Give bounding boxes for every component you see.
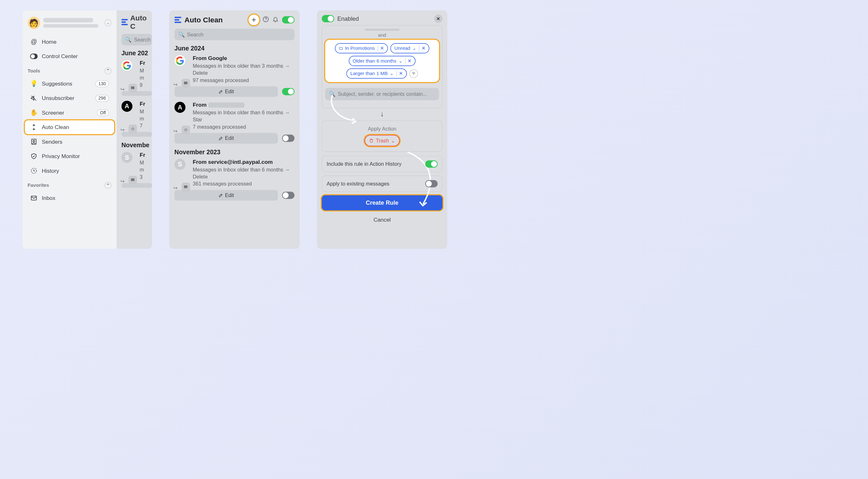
sender-avatar: A bbox=[175, 102, 186, 113]
reply-arrow-icon: ↪ bbox=[120, 127, 125, 133]
rule-title: From Google bbox=[193, 55, 294, 62]
brand-icon bbox=[175, 17, 182, 23]
google-avatar bbox=[175, 55, 186, 66]
rule-title: From bbox=[193, 102, 294, 108]
enabled-toggle[interactable] bbox=[322, 15, 334, 22]
chevron-down-icon: ⌄ bbox=[399, 58, 402, 64]
sidebar: 🧑 ⌄ @ Home Control Center Tools ⌃ � bbox=[22, 10, 117, 249]
edit-button[interactable] bbox=[121, 132, 152, 137]
edit-button[interactable]: Edit bbox=[175, 133, 278, 144]
remove-chip-icon[interactable]: ✕ bbox=[405, 58, 412, 64]
rule-toggle[interactable] bbox=[282, 191, 294, 199]
master-toggle[interactable] bbox=[282, 16, 294, 24]
mail-archive-icon: ✉ bbox=[182, 183, 190, 191]
reply-arrow-icon: ↪ bbox=[120, 86, 125, 92]
bell-icon[interactable] bbox=[272, 16, 278, 24]
hand-icon: ✋ bbox=[30, 109, 38, 117]
star-icon: ☆ bbox=[182, 125, 190, 134]
favorites-header[interactable]: Favorites ⌃ bbox=[22, 179, 117, 191]
shield-icon bbox=[30, 152, 38, 160]
rule-toggle[interactable] bbox=[282, 135, 294, 142]
nav-suggestions[interactable]: 💡 Suggestions 130 bbox=[25, 77, 114, 90]
google-avatar bbox=[121, 60, 132, 71]
at-icon: @ bbox=[30, 38, 38, 46]
apply-existing-row: Apply to existing messages bbox=[322, 176, 442, 192]
svg-point-2 bbox=[33, 140, 34, 142]
brand-icon bbox=[121, 19, 128, 25]
include-history-row: Include this rule in Action History bbox=[322, 156, 442, 172]
add-rule-button[interactable]: + bbox=[249, 14, 259, 25]
rule-description: Messages in Inbox older than 6 months → … bbox=[193, 167, 294, 180]
account-name-redacted bbox=[43, 18, 93, 22]
nav-auto-clean[interactable]: Auto Clean bbox=[25, 120, 114, 134]
rule-description: Messages in Inbox older than 3 months → … bbox=[193, 63, 294, 77]
nav-history[interactable]: History bbox=[25, 164, 114, 178]
edit-button[interactable] bbox=[121, 183, 152, 188]
remove-chip-icon[interactable]: ✕ bbox=[419, 46, 425, 51]
cancel-button[interactable]: Cancel bbox=[322, 214, 442, 226]
nav-senders[interactable]: Senders bbox=[25, 135, 114, 149]
nav-inbox[interactable]: Inbox bbox=[25, 191, 114, 205]
condition-and: and bbox=[325, 33, 439, 38]
mail-archive-icon: ✉ bbox=[182, 79, 190, 87]
action-trash-chip[interactable]: Trash ⌄ bbox=[365, 135, 400, 146]
chevron-up-icon[interactable]: ⌃ bbox=[104, 67, 112, 74]
close-button[interactable]: ✕ bbox=[434, 14, 443, 23]
enabled-label: Enabled bbox=[337, 15, 431, 22]
chip-unread[interactable]: Unread ⌄ ✕ bbox=[390, 43, 429, 53]
search-input[interactable]: 🔍 Search bbox=[175, 29, 294, 40]
rule-card[interactable]: S ↪ ✉ Fr M m 3 bbox=[121, 152, 152, 180]
remove-chip-icon[interactable]: ✕ bbox=[377, 46, 384, 51]
subject-search-input[interactable]: 🔍 Subject, sender, or recipients contain… bbox=[325, 88, 439, 100]
apply-existing-toggle[interactable] bbox=[425, 180, 437, 187]
reply-arrow-icon: ↪ bbox=[173, 128, 178, 134]
edit-button[interactable]: Edit bbox=[175, 190, 278, 201]
rule-stats: 7 messages processed bbox=[193, 124, 294, 130]
sender-avatar: S bbox=[175, 159, 186, 170]
tools-header[interactable]: Tools ⌃ bbox=[22, 64, 117, 76]
chip-larger[interactable]: Larger than 1 MB ⌄ ✕ bbox=[346, 68, 407, 79]
rule-card[interactable]: ↪ ✉ From Google Messages in Inbox older … bbox=[175, 55, 294, 83]
rule-card[interactable]: A ↪ ☆ From Messages in Inbox older than … bbox=[175, 102, 294, 130]
status-badge: Off bbox=[97, 109, 109, 116]
search-icon: 🔍 bbox=[125, 37, 131, 43]
help-icon[interactable] bbox=[262, 16, 269, 24]
lightbulb-icon: 💡 bbox=[30, 80, 38, 88]
nav-label: Auto Clean bbox=[42, 124, 69, 130]
edit-button[interactable]: Edit bbox=[175, 86, 278, 97]
chevron-up-icon[interactable]: ⌃ bbox=[104, 182, 112, 189]
rule-stats: 361 messages processed bbox=[193, 181, 294, 187]
chip-in-promotions[interactable]: In Promotions ✕ bbox=[335, 43, 388, 53]
nav-label: Suggestions bbox=[42, 81, 91, 87]
nav-home[interactable]: @ Home bbox=[25, 35, 114, 49]
rule-card[interactable]: A ↪ ☆ Fr M m 7 bbox=[121, 101, 152, 129]
account-row[interactable]: 🧑 ⌄ bbox=[22, 13, 117, 34]
rule-toggle[interactable] bbox=[282, 88, 294, 95]
mail-archive-icon: ✉ bbox=[129, 84, 137, 92]
create-rule-button[interactable]: Create Rule bbox=[322, 196, 442, 210]
nav-label: Senders bbox=[42, 139, 63, 145]
nav-screener[interactable]: ✋ Screener Off bbox=[25, 106, 114, 119]
edit-button[interactable] bbox=[121, 91, 152, 96]
nav-unsubscriber[interactable]: Unsubscriber 296 bbox=[25, 91, 114, 105]
more-filters-button[interactable] bbox=[409, 69, 418, 78]
sender-redacted bbox=[208, 102, 245, 108]
conditions-box: In Promotions ✕ Unread ⌄ ✕ Older than 6 … bbox=[325, 39, 439, 82]
month-header: November 2023 bbox=[175, 149, 294, 156]
chevron-down-icon[interactable]: ⌄ bbox=[104, 20, 112, 27]
megaphone-off-icon bbox=[30, 94, 38, 102]
rule-card[interactable]: S ↪ ✉ From service@intl.paypal.com Messa… bbox=[175, 159, 294, 187]
remove-chip-icon[interactable]: ✕ bbox=[396, 70, 403, 76]
avatar: 🧑 bbox=[28, 17, 40, 29]
rule-card[interactable]: ↪ ✉ Fr M m 9 bbox=[121, 60, 152, 88]
drag-handle-icon bbox=[365, 29, 399, 31]
include-history-toggle[interactable] bbox=[425, 160, 437, 168]
chip-older[interactable]: Older than 6 months ⌄ ✕ bbox=[348, 56, 415, 66]
nav-privacy-monitor[interactable]: Privacy Monitor bbox=[25, 149, 114, 163]
account-email-redacted bbox=[43, 24, 98, 28]
contacts-icon bbox=[30, 138, 38, 146]
rule-editor: Enabled ✕ and In Promotions ✕ Unread ⌄ ✕… bbox=[317, 10, 447, 249]
main-panel: Auto Clean + 🔍 Search June 2024 bbox=[169, 10, 300, 249]
trash-icon bbox=[369, 138, 374, 143]
nav-control-center[interactable]: Control Center bbox=[25, 50, 114, 63]
